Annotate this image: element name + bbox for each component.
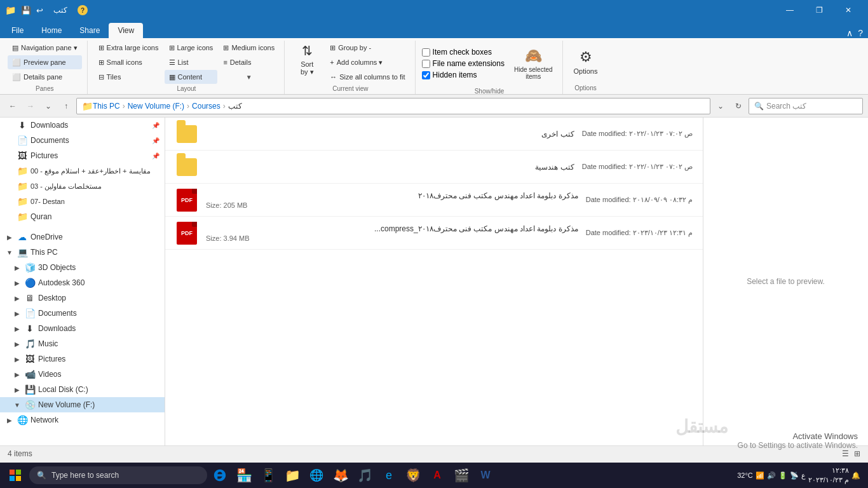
taskbar-search[interactable]: 🔍 Type here to search — [29, 466, 207, 484]
network-icon: 🌐 — [17, 415, 28, 425]
hide-selected-items-button[interactable]: 🙈 Hide selecteditems — [510, 41, 557, 86]
folder-icon — [175, 156, 198, 179]
breadcrumb-dropdown-button[interactable]: ⌄ — [713, 98, 728, 114]
taskbar-acrobat-icon[interactable]: A — [426, 464, 449, 487]
taskbar-network-icon[interactable]: 📶 — [756, 471, 764, 480]
add-columns-button[interactable]: + Add columns ▾ — [325, 55, 409, 69]
details-button[interactable]: ≡ Details — [219, 55, 279, 69]
list-button[interactable]: ☰ List — [165, 55, 218, 69]
extra-large-icons-button[interactable]: ⊞ Extra large icons — [94, 41, 163, 55]
ribbon-help-icon[interactable]: ? — [858, 28, 863, 38]
breadcrumb[interactable]: 📁 This PC › New Volume (F:) › Courses › … — [76, 98, 710, 114]
sidebar-item-music[interactable]: ▶ 🎵 Music — [0, 336, 165, 351]
group-by-label: Group by - — [338, 44, 371, 51]
file-item[interactable]: PDF مذكرة دبلومة اعداد مهندس مكتب فنى مح… — [165, 217, 703, 250]
sidebar-item-pictures[interactable]: ▶ 🖼 Pictures — [0, 351, 165, 367]
preview-pane-button[interactable]: ⬜ Preview pane — [8, 55, 82, 69]
tab-view[interactable]: View — [109, 23, 143, 38]
item-check-boxes-checkbox[interactable] — [422, 48, 430, 57]
title-bar-help[interactable]: ? — [78, 5, 88, 15]
taskbar-word-icon[interactable]: W — [474, 464, 497, 487]
medium-icons-button[interactable]: ⊞ Medium icons — [219, 41, 279, 55]
taskbar-volume-icon[interactable]: 🔊 — [767, 471, 776, 480]
options-button[interactable]: ⚙ Options — [569, 43, 602, 81]
sidebar-item-folder2[interactable]: 📁 مستخلصات مقاولين - 03 — [0, 179, 165, 194]
sidebar-item-folder3[interactable]: 📁 07- Destan — [0, 194, 165, 209]
sidebar-item-autodesk[interactable]: ▶ 🔵 Autodesk 360 — [0, 275, 165, 290]
details-view-icon[interactable]: ⊞ — [854, 449, 860, 458]
sidebar-item-downloads-pinned[interactable]: ⬇ Downloads 📌 — [0, 118, 165, 133]
sidebar-item-new-volume[interactable]: ▼ 💿 New Volume (F:) — [0, 397, 165, 412]
recent-button[interactable]: ⌄ — [41, 98, 56, 114]
sidebar-item-downloads[interactable]: ▶ ⬇ Downloads — [0, 321, 165, 336]
quick-access-undo[interactable]: ↩ — [36, 6, 43, 15]
quick-access-save[interactable]: 💾 — [21, 6, 31, 15]
taskbar-edge-icon[interactable] — [208, 464, 231, 487]
tiles-button[interactable]: ⊟ Tiles — [94, 70, 163, 84]
taskbar-clock[interactable]: ۱۲:۳۸ م ۲۰۲۳/۱۰/۲۳ — [808, 466, 849, 485]
minimize-button[interactable]: — — [775, 0, 804, 20]
taskbar-firefox-icon[interactable]: 🦊 — [329, 464, 352, 487]
ribbon-group-current-view: ⇅ Sortby ▾ ⊞ Group by - + Add columns ▾ — [286, 41, 415, 94]
forward-button[interactable]: → — [23, 98, 38, 114]
sidebar-item-desktop[interactable]: ▶ 🖥 Desktop — [0, 290, 165, 306]
navigation-pane-button[interactable]: ▤ Navigation pane ▾ — [8, 41, 82, 55]
taskbar-ie-icon[interactable]: e — [377, 464, 400, 487]
extra-large-icons-icon: ⊞ — [98, 44, 104, 52]
group-by-button[interactable]: ⊞ Group by - — [325, 41, 409, 55]
size-all-columns-button[interactable]: ↔ Size all columns to fit — [325, 70, 409, 84]
up-button[interactable]: ↑ — [58, 98, 74, 114]
taskbar-apps-icon[interactable]: 📱 — [257, 464, 280, 487]
clock-date: م ۲۰۲۳/۱۰/۲۳ — [808, 475, 849, 485]
sidebar-item-folder1[interactable]: 📁 مقايسة + اخطار+عقد + استلام موقع - 00 — [0, 163, 165, 179]
back-button[interactable]: ← — [5, 98, 20, 114]
taskbar-chrome-icon[interactable]: 🌐 — [305, 464, 328, 487]
file-item[interactable]: كتب اخرى Date modified: ۲۰۲۲/۰۱/۲۳ ص ۰۷:… — [165, 118, 703, 151]
large-icons-button[interactable]: ⊞ Large icons — [165, 41, 218, 55]
sidebar-item-local-disk[interactable]: ▶ 💾 Local Disk (C:) — [0, 382, 165, 397]
refresh-button[interactable]: ↻ — [731, 98, 746, 114]
file-item[interactable]: PDF مذكرة دبلومة اعداد مهندس مكتب فنى مح… — [165, 184, 703, 217]
ribbon-collapse-icon[interactable]: ∧ — [846, 28, 853, 38]
options-icon: ⚙ — [580, 49, 592, 65]
sidebar-item-videos[interactable]: ▶ 📹 Videos — [0, 367, 165, 382]
taskbar-notification-icon[interactable]: 🔔 — [851, 471, 860, 480]
sidebar-item-documents-pinned[interactable]: 📄 Documents 📌 — [0, 133, 165, 148]
taskbar-battery-icon[interactable]: 🔋 — [778, 471, 787, 480]
sort-by-button[interactable]: ⇅ Sortby ▾ — [291, 41, 323, 79]
sidebar-item-documents[interactable]: ▶ 📄 Documents — [0, 306, 165, 321]
close-button[interactable]: ✕ — [834, 0, 863, 20]
small-icons-button[interactable]: ⊞ Small icons — [94, 55, 163, 69]
downloads-icon: ⬇ — [17, 120, 28, 130]
taskbar-store-icon[interactable]: 🏪 — [233, 464, 255, 487]
content-button[interactable]: ▦ Content — [165, 70, 218, 84]
sidebar-item-network[interactable]: ▶ 🌐 Network — [0, 412, 165, 428]
taskbar-icon6[interactable]: 🎵 — [353, 464, 376, 487]
sidebar-item-quran[interactable]: 📁 Quran — [0, 209, 165, 224]
layout-expand-icon[interactable]: ▼ — [246, 74, 252, 81]
sidebar-item-this-pc[interactable]: ▼ 💻 This PC — [0, 245, 165, 260]
activate-windows-line1: Activate Windows — [738, 431, 858, 441]
breadcrumb-this-pc[interactable]: This PC — [93, 102, 120, 111]
breadcrumb-new-volume[interactable]: New Volume (F:) — [128, 102, 184, 111]
tab-home[interactable]: Home — [32, 23, 71, 38]
tab-share[interactable]: Share — [71, 23, 109, 38]
taskbar-video-icon[interactable]: 🎬 — [450, 464, 473, 487]
start-button[interactable] — [3, 464, 28, 487]
list-view-icon[interactable]: ☰ — [842, 449, 849, 458]
search-box[interactable]: 🔍 Search كتب — [749, 98, 863, 114]
details-pane-button[interactable]: ⬜ Details pane — [8, 70, 82, 84]
folder1-label: مقايسة + اخطار+عقد + استلام موقع - 00 — [31, 167, 159, 175]
hidden-items-checkbox[interactable] — [422, 71, 430, 79]
taskbar-brave-icon[interactable]: 🦁 — [402, 464, 424, 487]
taskbar-wifi-icon[interactable]: 📡 — [790, 471, 799, 480]
maximize-button[interactable]: ❐ — [804, 0, 834, 20]
sidebar-item-onedrive[interactable]: ▶ ☁ OneDrive — [0, 229, 165, 245]
file-item[interactable]: كتب هندسية Date modified: ۲۰۲۲/۰۱/۲۳ ص ۰… — [165, 151, 703, 184]
sidebar-item-3d-objects[interactable]: ▶ 🧊 3D Objects — [0, 260, 165, 275]
breadcrumb-courses[interactable]: Courses — [192, 102, 220, 111]
taskbar-folder-icon[interactable]: 📁 — [281, 464, 304, 487]
file-name-extensions-checkbox[interactable] — [422, 60, 430, 68]
tab-file[interactable]: File — [3, 23, 32, 38]
sidebar-item-pictures-pinned[interactable]: 🖼 Pictures 📌 — [0, 148, 165, 163]
